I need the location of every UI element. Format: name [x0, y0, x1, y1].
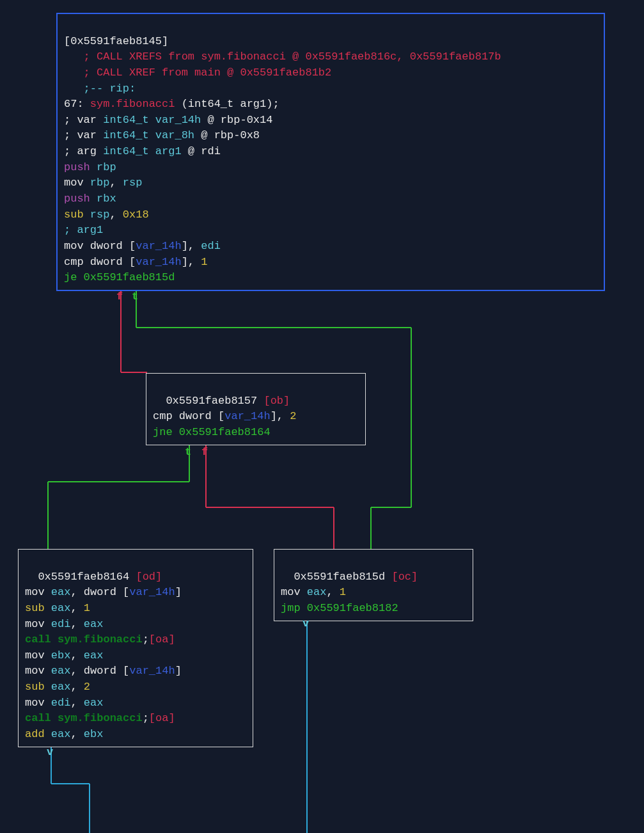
- branch-false-label: f: [201, 446, 208, 458]
- asm-call: call: [25, 712, 58, 724]
- func-name: sym.fibonacci: [90, 98, 175, 110]
- asm-op: mov: [281, 586, 307, 598]
- block-oc: 0x5591faeb815d [oc] mov eax, 1 jmp 0x559…: [274, 549, 473, 621]
- block-od: 0x5591faeb8164 [od] mov eax, dword [var_…: [18, 549, 253, 747]
- block-ob: 0x5591faeb8157 [ob] cmp dword [var_14h],…: [146, 373, 366, 445]
- branch-true-label: t: [185, 446, 191, 458]
- asm-jump: jne 0x5591faeb8164: [153, 426, 271, 438]
- asm-op: mov: [25, 649, 51, 662]
- asm-op: add: [25, 728, 51, 740]
- branch-true-label: t: [132, 290, 138, 303]
- asm-op: cmp dword: [153, 410, 218, 422]
- branch-uncond-label: v: [302, 617, 309, 630]
- block-address: 0x5591faeb8157: [166, 395, 263, 407]
- asm-comment: ; arg1: [64, 224, 103, 236]
- arg-comment: ; arg: [64, 145, 103, 157]
- branch-false-label: f: [116, 290, 123, 303]
- block-address: 0x5591faeb8164: [38, 571, 136, 583]
- asm-op: push: [64, 161, 90, 173]
- asm-op: sub: [25, 602, 51, 614]
- asm-call: call: [25, 633, 58, 646]
- asm-op: mov: [25, 586, 51, 598]
- xref-comment: ; CALL XREF from main @ 0x5591faeb81b2: [84, 67, 332, 79]
- var-comment: ; var: [64, 129, 103, 141]
- asm-op: mov dword: [64, 240, 129, 252]
- func-size: 67:: [64, 98, 90, 110]
- asm-op: mov: [25, 697, 51, 709]
- branch-uncond-label: v: [47, 746, 53, 758]
- asm-op: cmp dword: [64, 256, 129, 268]
- func-args: (int64_t arg1);: [175, 98, 279, 110]
- block-address: 0x5591faeb815d: [294, 571, 391, 583]
- block-tag: [od]: [136, 571, 162, 583]
- asm-op: sub: [25, 681, 51, 693]
- var-comment: ; var: [64, 114, 103, 126]
- asm-jump: jmp 0x5591faeb8182: [281, 602, 398, 614]
- block-tag: [ob]: [263, 395, 290, 407]
- block-address: [0x5591faeb8145]: [64, 35, 168, 47]
- asm-op: mov: [64, 177, 90, 189]
- asm-op: push: [64, 193, 90, 205]
- asm-op: sub: [64, 209, 90, 221]
- block-entry: [0x5591faeb8145] ; CALL XREFS from sym.f…: [56, 13, 605, 291]
- xref-comment: ; CALL XREFS from sym.fibonacci @ 0x5591…: [84, 51, 501, 63]
- asm-op: mov: [25, 618, 51, 630]
- asm-op: mov: [25, 665, 51, 677]
- rip-marker: ;-- rip:: [84, 83, 136, 95]
- block-tag: [oc]: [391, 571, 418, 583]
- asm-jump: je 0x5591faeb815d: [64, 271, 175, 283]
